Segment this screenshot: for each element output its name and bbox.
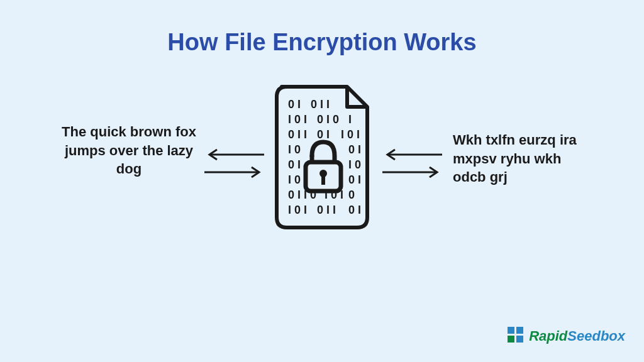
svg-text:I 0 I: I 0 I: [288, 204, 307, 216]
svg-text:0 I: 0 I: [288, 98, 301, 111]
svg-text:0 I I: 0 I I: [311, 98, 330, 111]
svg-text:0 I I: 0 I I: [288, 128, 307, 141]
svg-text:I 0: I 0: [288, 143, 301, 156]
logo-mark-icon: [506, 326, 525, 347]
svg-text:0 I: 0 I: [348, 204, 361, 216]
svg-rect-22: [321, 176, 325, 185]
svg-text:0 I 0: 0 I 0: [317, 113, 339, 126]
brand-logo: RapidSeedbox: [506, 326, 625, 347]
ciphertext-label: Wkh txlfn eurzq ira mxpsv ryhu wkh odcb …: [453, 131, 591, 187]
arrow-right-icon: [204, 166, 264, 178]
svg-text:I 0: I 0: [348, 158, 361, 171]
lock-icon: [306, 142, 341, 191]
svg-text:0 I: 0 I: [348, 143, 361, 156]
plaintext-label: The quick brown fox jumps over the lazy …: [57, 123, 201, 178]
svg-rect-30: [516, 336, 523, 343]
svg-text:0 I: 0 I: [317, 128, 330, 141]
svg-rect-27: [508, 327, 514, 334]
logo-seedbox: Seedbox: [567, 328, 625, 344]
svg-text:I 0 I: I 0 I: [288, 113, 307, 126]
page-title: How File Encryption Works: [0, 29, 644, 56]
svg-text:I 0 I: I 0 I: [341, 128, 360, 141]
logo-text: RapidSeedbox: [529, 328, 625, 344]
svg-text:0 I I: 0 I I: [317, 204, 336, 216]
svg-text:0 I: 0 I: [348, 173, 361, 186]
svg-rect-28: [516, 327, 523, 334]
svg-text:I: I: [348, 113, 352, 126]
arrow-right-icon: [382, 166, 442, 178]
arrow-left-icon: [204, 148, 264, 161]
svg-rect-29: [508, 336, 514, 343]
logo-rapid: Rapid: [529, 328, 567, 344]
arrow-left-icon: [382, 148, 442, 161]
svg-text:0: 0: [348, 189, 355, 201]
encrypted-file-icon: 0 I0 I I I 0 I0 I 0I 0 I I0 II 0 I I 00 …: [267, 82, 380, 233]
svg-text:0 I: 0 I: [288, 158, 301, 171]
